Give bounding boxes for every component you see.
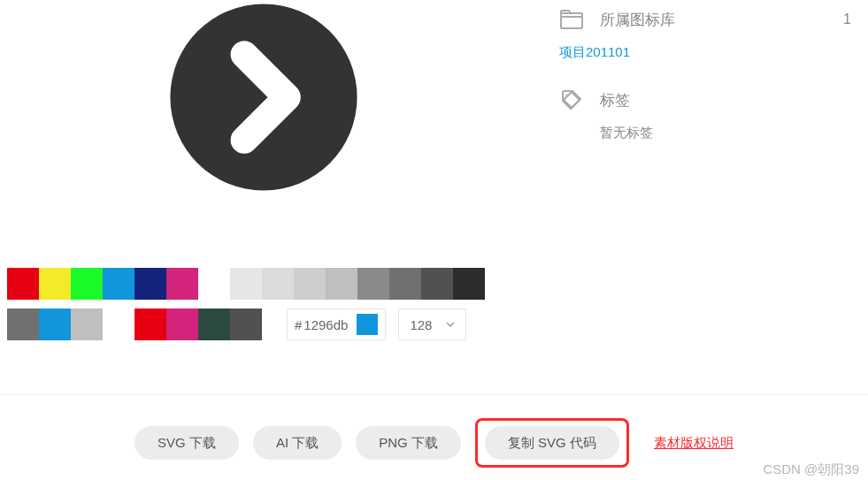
tag-empty-text: 暂无标签 (600, 125, 860, 141)
hex-value[interactable]: 1296db (303, 317, 348, 332)
color-swatch[interactable] (7, 268, 39, 300)
color-swatch[interactable] (230, 268, 262, 300)
bottom-action-bar: SVG 下载 AI 下载 PNG 下载 复制 SVG 代码 素材版权说明 (0, 394, 868, 468)
color-swatch[interactable] (71, 309, 103, 340)
left-panel: # 1296db 128 (0, 0, 522, 349)
svg-download-button[interactable]: SVG 下载 (134, 426, 239, 460)
library-meta-row: 所属图标库 1 (559, 7, 860, 32)
color-swatch[interactable] (166, 268, 198, 300)
svg-rect-1 (561, 13, 582, 28)
color-swatch[interactable] (39, 309, 71, 340)
palette-row-1 (7, 268, 522, 300)
size-value: 128 (410, 317, 432, 332)
color-swatch[interactable] (7, 309, 39, 340)
icon-preview-area (7, 0, 520, 252)
color-swatch[interactable] (198, 268, 230, 300)
svg-point-2 (566, 95, 569, 97)
color-swatch[interactable] (39, 268, 71, 300)
svg-point-0 (170, 4, 357, 190)
library-link[interactable]: 项目201101 (559, 44, 860, 61)
copy-svg-button[interactable]: 复制 SVG 代码 (485, 426, 619, 460)
hex-prefix: # (295, 317, 302, 332)
color-swatch-empty (103, 309, 134, 340)
tag-meta-row: 标签 (559, 88, 860, 112)
color-swatch[interactable] (421, 268, 453, 300)
chevron-down-icon (446, 320, 455, 329)
highlight-annotation: 复制 SVG 代码 (475, 418, 629, 468)
color-swatch[interactable] (103, 268, 134, 300)
hex-input-group[interactable]: # 1296db (287, 309, 386, 340)
color-swatch[interactable] (294, 268, 326, 300)
hex-color-preview (357, 314, 378, 335)
color-palette: # 1296db 128 (7, 268, 522, 340)
color-swatch[interactable] (230, 309, 262, 340)
copyright-link[interactable]: 素材版权说明 (654, 435, 734, 452)
png-download-button[interactable]: PNG 下载 (356, 426, 461, 460)
library-label: 所属图标库 (600, 10, 843, 30)
color-swatch[interactable] (71, 268, 103, 300)
color-swatch[interactable] (453, 268, 485, 300)
color-swatch[interactable] (389, 268, 421, 300)
right-panel: 所属图标库 1 项目201101 标签 暂无标签 (559, 0, 860, 349)
library-count: 1 (843, 11, 860, 27)
chevron-right-circle-icon (166, 0, 361, 194)
color-swatch[interactable] (134, 268, 166, 300)
color-swatch[interactable] (262, 268, 294, 300)
color-swatch[interactable] (198, 309, 230, 340)
folder-icon (559, 7, 584, 32)
palette-row-2: # 1296db 128 (7, 309, 522, 340)
tag-icon (559, 88, 584, 112)
color-swatch[interactable] (166, 309, 198, 340)
color-swatch[interactable] (326, 268, 357, 300)
ai-download-button[interactable]: AI 下载 (253, 426, 342, 460)
size-select[interactable]: 128 (398, 309, 466, 340)
color-swatch[interactable] (134, 309, 166, 340)
tag-label: 标签 (600, 90, 860, 110)
color-swatch[interactable] (357, 268, 389, 300)
